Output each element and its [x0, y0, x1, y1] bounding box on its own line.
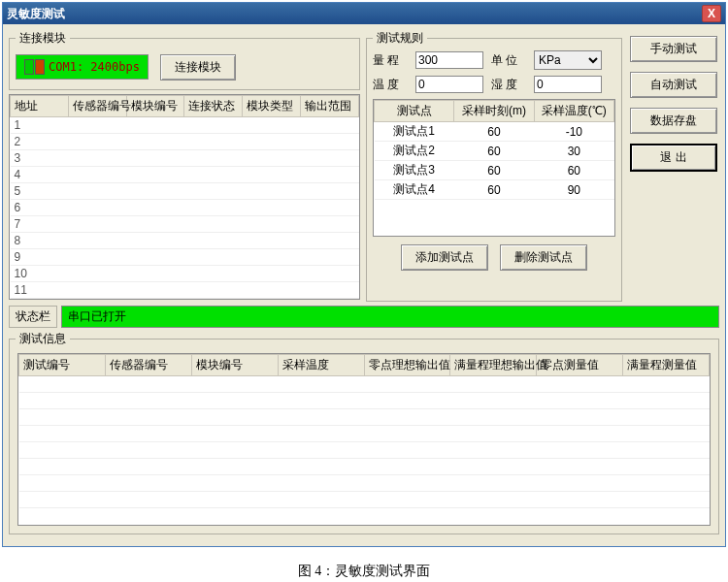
- add-point-button[interactable]: 添加测试点: [401, 244, 488, 271]
- table-row[interactable]: 12: [11, 299, 359, 301]
- app-window: 灵敏度测试 X 连接模块 COM1: 2400bps 连接模块: [2, 2, 726, 547]
- table-row[interactable]: 7: [11, 216, 359, 233]
- connect-group: 连接模块 COM1: 2400bps 连接模块: [9, 30, 360, 90]
- window-title: 灵敏度测试: [7, 6, 65, 22]
- auto-test-button[interactable]: 自动测试: [630, 72, 717, 98]
- column-header[interactable]: 采样时刻(m): [454, 101, 534, 122]
- status-bar: 串口已打开: [61, 306, 719, 328]
- connect-legend: 连接模块: [16, 30, 70, 47]
- table-row[interactable]: 11: [11, 282, 359, 299]
- unit-select[interactable]: KPa: [534, 50, 602, 70]
- table-row[interactable]: 测试点36060: [375, 161, 614, 180]
- table-row[interactable]: 测试点26030: [375, 142, 614, 161]
- column-header[interactable]: 连接状态: [184, 96, 243, 117]
- close-icon: X: [708, 7, 715, 20]
- save-data-button[interactable]: 数据存盘: [630, 108, 717, 134]
- column-header[interactable]: 模块编号: [126, 96, 184, 117]
- table-row[interactable]: 10: [11, 266, 359, 282]
- column-header[interactable]: 输出范围: [301, 96, 359, 117]
- table-row[interactable]: [19, 409, 710, 426]
- unit-label: 单 位: [491, 52, 526, 69]
- table-row[interactable]: [19, 475, 710, 492]
- table-row[interactable]: 测试点160-10: [375, 122, 614, 142]
- table-row[interactable]: 2: [11, 134, 359, 150]
- table-row[interactable]: [19, 426, 710, 442]
- rules-table[interactable]: 测试点采样时刻(m)采样温度(℃) 测试点160-10测试点26030测试点36…: [373, 99, 615, 237]
- table-row[interactable]: 8: [11, 233, 359, 249]
- column-header[interactable]: 传感器编号: [105, 355, 191, 376]
- column-header[interactable]: 模块类型: [243, 96, 301, 117]
- humid-input[interactable]: [534, 76, 602, 93]
- port-badge: COM1: 2400bps: [16, 54, 149, 80]
- range-input[interactable]: [415, 51, 483, 69]
- status-text: 串口已打开: [68, 309, 126, 323]
- column-header[interactable]: 采样温度(℃): [534, 101, 613, 122]
- info-legend: 测试信息: [16, 331, 70, 347]
- temp-label: 温 度: [373, 77, 408, 93]
- table-row[interactable]: 1: [11, 117, 359, 134]
- info-list[interactable]: 测试编号传感器编号模块编号采样温度零点理想输出值满量程理想输出值零点测量值满量程…: [17, 353, 711, 526]
- range-label: 量 程: [373, 52, 408, 69]
- module-list[interactable]: 地址传感器编号模块编号连接状态模块类型输出范围 1234567891011121…: [9, 94, 360, 300]
- exit-button[interactable]: 退 出: [630, 144, 717, 172]
- manual-test-button[interactable]: 手动测试: [630, 36, 717, 62]
- figure-caption: 图 4：灵敏度测试界面: [0, 549, 728, 582]
- status-label: 状态栏: [9, 306, 57, 328]
- column-header[interactable]: 地址: [11, 96, 69, 117]
- table-row[interactable]: [19, 393, 710, 409]
- side-button-stack: 手动测试 自动测试 数据存盘 退 出: [628, 30, 719, 302]
- column-header[interactable]: 测试点: [375, 101, 454, 122]
- column-header[interactable]: 满量程测量值: [623, 355, 710, 376]
- table-row[interactable]: [19, 376, 710, 393]
- table-row[interactable]: 5: [11, 183, 359, 200]
- column-header[interactable]: 模块编号: [191, 355, 278, 376]
- column-header[interactable]: 测试编号: [19, 355, 106, 376]
- column-header[interactable]: 满量程理想输出值: [450, 355, 537, 376]
- column-header[interactable]: 零点测量值: [537, 355, 623, 376]
- table-row[interactable]: 测试点46090: [375, 180, 614, 200]
- column-header[interactable]: 零点理想输出值: [364, 355, 450, 376]
- column-header[interactable]: 采样温度: [278, 355, 364, 376]
- humid-label: 湿 度: [491, 77, 526, 93]
- column-header[interactable]: 传感器编号: [68, 96, 126, 117]
- temp-input[interactable]: [415, 76, 483, 93]
- rules-group: 测试规则 量 程 单 位 KPa 温 度 湿 度 测试点采样时刻(m)采样温度(…: [366, 30, 622, 302]
- table-row[interactable]: 6: [11, 200, 359, 216]
- table-row[interactable]: 3: [11, 150, 359, 167]
- table-row[interactable]: [19, 492, 710, 508]
- titlebar: 灵敏度测试 X: [3, 3, 725, 24]
- close-button[interactable]: X: [702, 5, 721, 22]
- rules-legend: 测试规则: [373, 30, 427, 47]
- info-group: 测试信息 测试编号传感器编号模块编号采样温度零点理想输出值满量程理想输出值零点测…: [9, 331, 719, 534]
- table-row[interactable]: 4: [11, 167, 359, 183]
- table-row[interactable]: 9: [11, 249, 359, 266]
- table-row[interactable]: [19, 459, 710, 475]
- port-icon: [24, 59, 45, 75]
- connect-button[interactable]: 连接模块: [160, 54, 236, 81]
- table-row[interactable]: [19, 442, 710, 459]
- port-label: COM1: 2400bps: [49, 60, 140, 74]
- del-point-button[interactable]: 删除测试点: [500, 244, 587, 271]
